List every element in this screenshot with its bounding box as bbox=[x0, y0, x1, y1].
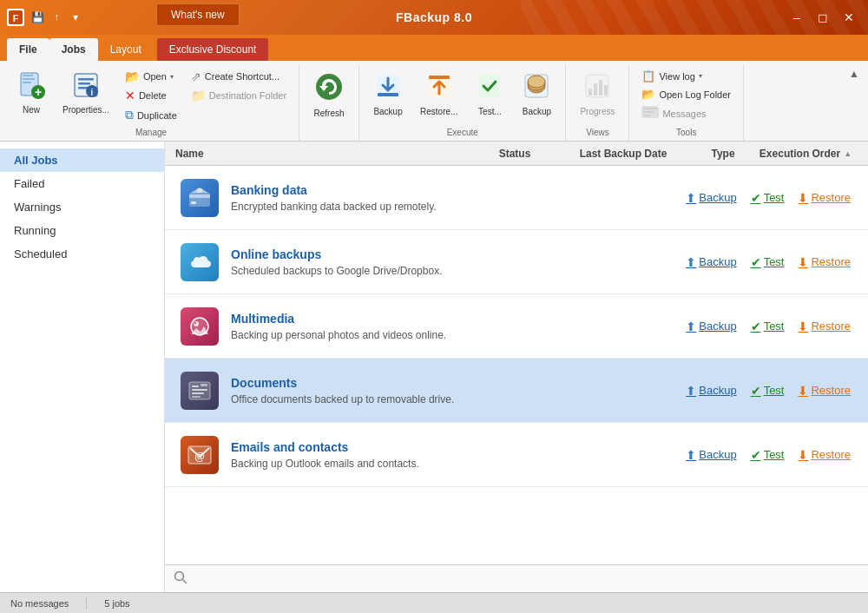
tab-layout[interactable]: Layout bbox=[98, 38, 154, 61]
close-button[interactable]: ✕ bbox=[837, 7, 861, 28]
undo-quick-icon[interactable]: ↑ bbox=[49, 10, 64, 25]
restore-button[interactable]: Restore... bbox=[413, 68, 464, 120]
openlogfolder-label: Open Log Folder bbox=[659, 89, 731, 100]
job-icon-wrap-multimedia bbox=[175, 307, 224, 346]
app-title: FBackup 8.0 bbox=[396, 10, 472, 24]
job-restore-online[interactable]: ⬇ Restore bbox=[798, 255, 851, 269]
create-shortcut-button[interactable]: ⇗ Create Shortcut... bbox=[186, 68, 292, 85]
job-name-banking[interactable]: Banking data bbox=[231, 183, 679, 197]
app-icon: F bbox=[7, 9, 24, 26]
backup-arrow-icon-5: ⬆ bbox=[686, 448, 696, 462]
test-ribbon-button[interactable]: Test... bbox=[468, 68, 511, 120]
svg-point-23 bbox=[528, 76, 545, 88]
job-test-online[interactable]: ✔ Test bbox=[751, 255, 785, 269]
viewlog-button[interactable]: 📋 View log ▾ bbox=[636, 68, 736, 84]
svg-rect-19 bbox=[478, 75, 501, 97]
restore-button[interactable]: ◻ bbox=[811, 7, 835, 28]
job-actions-multimedia: ⬆ Backup ✔ Test ⬇ Restore bbox=[686, 320, 858, 333]
sidebar-item-running[interactable]: Running bbox=[0, 219, 164, 242]
restore-action-label: Restore bbox=[811, 191, 851, 204]
properties-icon: i bbox=[72, 71, 100, 103]
test-check-icon: ✔ bbox=[751, 191, 761, 205]
backup-label: Backup bbox=[373, 107, 402, 116]
job-restore-emails[interactable]: ⬇ Restore bbox=[798, 448, 851, 462]
restore-label-5: Restore bbox=[811, 448, 851, 461]
shortcut-icon: ⇗ bbox=[191, 69, 201, 83]
table-row: Online backups Scheduled backups to Goog… bbox=[165, 230, 868, 294]
svg-rect-30 bbox=[643, 108, 657, 109]
col-type-header: Type bbox=[693, 148, 753, 160]
sidebar: All Jobs Failed Warnings Running Schedul… bbox=[0, 142, 165, 592]
job-icon-documents bbox=[181, 372, 219, 410]
job-backup-multimedia[interactable]: ⬆ Backup bbox=[686, 320, 736, 333]
job-icon-wrap-online bbox=[175, 243, 224, 281]
job-desc-multimedia: Backing up personal photos and videos on… bbox=[231, 329, 679, 341]
restore-label-4: Restore bbox=[811, 384, 851, 397]
col-date-header: Last Backup Date bbox=[554, 148, 693, 160]
tab-exclusive[interactable]: Exclusive Discount bbox=[157, 38, 269, 61]
job-name-documents[interactable]: Documents bbox=[231, 376, 679, 390]
open-button[interactable]: 📂 Open ▾ bbox=[120, 68, 182, 85]
svg-rect-26 bbox=[594, 83, 597, 96]
job-backup-banking[interactable]: ⬆ Backup bbox=[686, 191, 736, 205]
col-status-header: Status bbox=[476, 148, 554, 160]
job-test-multimedia[interactable]: ✔ Test bbox=[751, 320, 785, 333]
svg-text:i: i bbox=[91, 88, 94, 97]
openlogfolder-button[interactable]: 📂 Open Log Folder bbox=[636, 86, 736, 102]
test-check-icon-3: ✔ bbox=[751, 320, 761, 333]
tools-col: 📋 View log ▾ 📂 Open Log Folder Messages bbox=[636, 68, 736, 122]
save-quick-icon[interactable]: 💾 bbox=[30, 10, 45, 25]
whats-new-tab[interactable]: What's new bbox=[156, 3, 240, 26]
job-backup-online[interactable]: ⬆ Backup bbox=[686, 255, 736, 269]
quick-access-toolbar: 💾 ↑ ▾ bbox=[30, 10, 83, 25]
backup2-button[interactable]: Backup bbox=[515, 68, 558, 120]
job-test-documents[interactable]: ✔ Test bbox=[751, 384, 785, 398]
search-input[interactable] bbox=[193, 572, 859, 585]
job-name-multimedia[interactable]: Multimedia bbox=[231, 312, 679, 326]
job-name-emails[interactable]: Emails and contacts bbox=[231, 440, 679, 454]
refresh-button[interactable]: Refresh bbox=[306, 68, 352, 122]
tools-group-label: Tools bbox=[636, 128, 736, 141]
properties-button[interactable]: i Properties... bbox=[56, 68, 116, 118]
tab-file[interactable]: File bbox=[7, 38, 49, 61]
execute-group-label: Execute bbox=[366, 128, 558, 141]
job-backup-documents[interactable]: ⬆ Backup bbox=[686, 384, 736, 398]
sidebar-item-scheduled[interactable]: Scheduled bbox=[0, 242, 164, 266]
progress-label: Progress bbox=[580, 107, 615, 116]
test-check-icon-4: ✔ bbox=[751, 384, 761, 398]
svg-rect-16 bbox=[378, 93, 398, 96]
job-test-banking[interactable]: ✔ Test bbox=[751, 191, 785, 205]
delete-button[interactable]: ✕ Delete bbox=[120, 87, 182, 104]
tab-jobs[interactable]: Jobs bbox=[49, 38, 98, 61]
backup-icon bbox=[373, 71, 403, 105]
duplicate-button[interactable]: ⧉ Duplicate bbox=[120, 106, 182, 124]
table-row: Documents Office documents backed up to … bbox=[165, 359, 868, 423]
backup-arrow-icon-4: ⬆ bbox=[686, 384, 696, 398]
svg-rect-28 bbox=[604, 85, 608, 96]
table-row: @ Emails and contacts Backing up Outlook… bbox=[165, 423, 868, 487]
job-restore-banking[interactable]: ⬇ Restore bbox=[798, 191, 851, 205]
status-separator bbox=[86, 597, 87, 610]
job-backup-emails[interactable]: ⬆ Backup bbox=[686, 448, 736, 462]
openlogfolder-icon: 📂 bbox=[641, 88, 655, 101]
dropdown-quick-icon[interactable]: ▾ bbox=[68, 10, 83, 25]
sidebar-item-all-jobs[interactable]: All Jobs bbox=[0, 148, 164, 172]
sidebar-item-failed[interactable]: Failed bbox=[0, 172, 164, 195]
minimize-button[interactable]: – bbox=[785, 7, 809, 28]
backup-button[interactable]: Backup bbox=[366, 68, 410, 120]
job-test-emails[interactable]: ✔ Test bbox=[751, 448, 785, 462]
sidebar-item-warnings[interactable]: Warnings bbox=[0, 195, 164, 219]
job-name-online[interactable]: Online backups bbox=[231, 247, 679, 261]
new-button[interactable]: + New bbox=[10, 68, 52, 118]
views-group-label: Views bbox=[573, 128, 621, 141]
job-info-multimedia: Multimedia Backing up personal photos an… bbox=[224, 312, 686, 341]
status-bar: No messages 5 jobs bbox=[0, 592, 868, 613]
svg-text:+: + bbox=[35, 85, 42, 99]
job-restore-documents[interactable]: ⬇ Restore bbox=[798, 384, 851, 398]
ribbon-collapse-button[interactable]: ▲ bbox=[844, 66, 865, 82]
progress-button: Progress bbox=[573, 68, 621, 120]
new-label: New bbox=[23, 105, 40, 115]
job-restore-multimedia[interactable]: ⬇ Restore bbox=[798, 320, 851, 333]
svg-rect-41 bbox=[192, 386, 199, 387]
messages-button: Messages bbox=[636, 104, 736, 122]
